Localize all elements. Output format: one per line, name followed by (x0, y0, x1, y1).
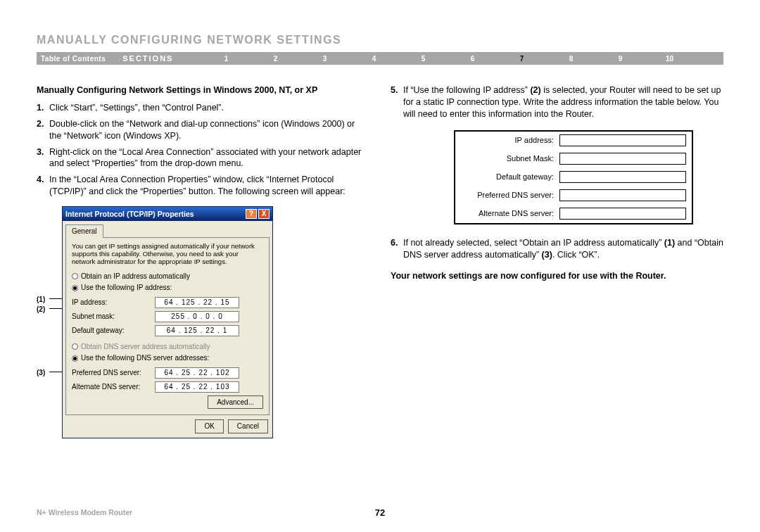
section-link-10[interactable]: 10 (645, 55, 694, 63)
preferred-dns-label: Preferred DNS server: (72, 368, 149, 378)
callout-labels: (1) (2) (3) (37, 206, 62, 438)
worksheet-gateway-label: Default gateway: (461, 172, 559, 182)
section-link-1[interactable]: 1 (201, 55, 251, 63)
toc-link[interactable]: Table of Contents (41, 55, 106, 63)
section-link-3[interactable]: 3 (300, 55, 349, 63)
cancel-button[interactable]: Cancel (228, 419, 268, 433)
ip-address-field[interactable]: 64 . 125 . 22 . 15 (155, 297, 239, 308)
step-1: 1.Click “Start”, “Settings”, then “Contr… (37, 102, 369, 114)
dialog-description: You can get IP settings assigned automat… (72, 242, 263, 266)
worksheet-pdns-field[interactable] (559, 189, 686, 201)
section-link-9[interactable]: 9 (595, 55, 645, 63)
page-title: MANUALLY CONFIGURING NETWORK SETTINGS (37, 34, 723, 46)
worksheet-ip-label: IP address: (461, 135, 559, 146)
radio-icon (72, 285, 78, 291)
product-name: N+ Wireless Modem Router (37, 508, 132, 517)
ok-button[interactable]: OK (195, 419, 223, 433)
radio-use-following-ip[interactable]: Use the following IP address: (72, 283, 263, 293)
subnet-mask-field[interactable]: 255 . 0 . 0 . 0 (155, 311, 239, 322)
step-5: 5. If “Use the following IP address” (2)… (391, 84, 723, 120)
help-icon[interactable]: ? (246, 209, 257, 219)
section-link-5[interactable]: 5 (398, 55, 448, 63)
tab-general[interactable]: General (65, 224, 103, 238)
sections-label: SECTIONS (122, 54, 173, 63)
preferred-dns-field[interactable]: 64 . 25 . 22 . 102 (155, 367, 239, 379)
worksheet-mask-field[interactable] (559, 153, 686, 165)
radio-obtain-ip-auto[interactable]: Obtain an IP address automatically (72, 272, 263, 281)
radio-icon (72, 343, 78, 350)
alternate-dns-field[interactable]: 64 . 25 . 22 . 103 (155, 381, 239, 393)
callout-3: (3) (37, 368, 45, 378)
alternate-dns-label: Alternate DNS server: (72, 382, 149, 392)
step-2: 2.Double-click on the “Network and dial-… (37, 118, 369, 142)
section-link-4[interactable]: 4 (349, 55, 398, 63)
section-link-2[interactable]: 2 (251, 55, 300, 63)
radio-icon (72, 273, 78, 279)
worksheet-adns-field[interactable] (559, 208, 686, 220)
default-gateway-label: Default gateway: (72, 326, 149, 336)
left-subheading: Manually Configuring Network Settings in… (37, 84, 369, 96)
callout-1: (1) (37, 295, 45, 305)
right-column: 5. If “Use the following IP address” (2)… (391, 84, 723, 438)
radio-obtain-dns-auto[interactable]: Obtain DNS server address automatically (72, 342, 263, 352)
tcpip-properties-dialog: Internet Protocol (TCP/IP) Properties ? … (62, 206, 273, 438)
callout-2: (2) (37, 305, 45, 315)
final-confirmation: Your network settings are now configured… (391, 270, 723, 282)
advanced-button[interactable]: Advanced... (208, 395, 263, 410)
left-column: Manually Configuring Network Settings in… (37, 84, 369, 438)
page-footer: N+ Wireless Modem Router 72 (37, 508, 723, 517)
worksheet-mask-label: Subnet Mask: (461, 153, 559, 164)
radio-use-following-dns[interactable]: Use the following DNS server addresses: (72, 353, 263, 363)
page-number: 72 (375, 507, 385, 518)
worksheet-pdns-label: Preferred DNS server: (461, 190, 559, 201)
close-icon[interactable]: X (258, 209, 270, 219)
step-6: 6. If not already selected, select “Obta… (391, 237, 723, 261)
step-3: 3.Right-click on the “Local Area Connect… (37, 146, 369, 170)
section-link-6[interactable]: 6 (448, 55, 497, 63)
section-link-7[interactable]: 7 (497, 55, 546, 63)
subnet-mask-label: Subnet mask: (72, 312, 149, 322)
section-navbar: Table of Contents SECTIONS 1 2 3 4 5 6 7… (37, 52, 723, 65)
default-gateway-field[interactable]: 64 . 125 . 22 . 1 (155, 325, 239, 336)
worksheet-gateway-field[interactable] (559, 171, 686, 183)
dialog-title: Internet Protocol (TCP/IP) Properties (65, 209, 194, 219)
worksheet-ip-field[interactable] (559, 134, 686, 146)
step-4: 4.In the “Local Area Connection Properti… (37, 174, 369, 198)
section-link-8[interactable]: 8 (546, 55, 595, 63)
worksheet-adns-label: Alternate DNS server: (461, 208, 559, 219)
static-ip-worksheet: IP address: Subnet Mask: Default gateway… (454, 130, 693, 224)
ip-address-label: IP address: (72, 298, 149, 308)
radio-icon (72, 355, 78, 362)
